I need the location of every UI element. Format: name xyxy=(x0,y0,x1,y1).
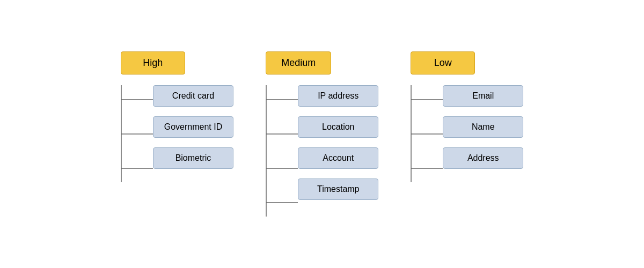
high-children-area: Credit card Government ID Biometric xyxy=(121,85,233,183)
medium-group: Medium IP address Location Account Times… xyxy=(266,51,378,217)
medium-children-area: IP address Location Account Timestamp xyxy=(266,85,378,217)
medium-child-0: IP address xyxy=(298,85,378,107)
low-children-area: Email Name Address xyxy=(411,85,523,183)
low-child-0: Email xyxy=(443,85,523,107)
high-group: High Credit card Government ID Biometric xyxy=(121,51,233,183)
high-child-0: Credit card xyxy=(153,85,233,107)
high-child-2: Biometric xyxy=(153,147,233,169)
medium-children: IP address Location Account Timestamp xyxy=(298,85,378,200)
diagram: High Credit card Government ID Biometric… xyxy=(0,35,644,233)
high-child-1: Government ID xyxy=(153,116,233,138)
high-root: High xyxy=(121,51,185,75)
high-lines xyxy=(121,85,153,183)
low-root: Low xyxy=(411,51,475,75)
medium-root: Medium xyxy=(266,51,331,75)
high-children: Credit card Government ID Biometric xyxy=(153,85,233,169)
medium-child-1: Location xyxy=(298,116,378,138)
medium-child-2: Account xyxy=(298,147,378,169)
low-child-1: Name xyxy=(443,116,523,138)
medium-lines xyxy=(266,85,298,217)
low-group: Low Email Name Address xyxy=(411,51,523,183)
medium-child-3: Timestamp xyxy=(298,178,378,200)
low-child-2: Address xyxy=(443,147,523,169)
low-children: Email Name Address xyxy=(443,85,523,169)
low-lines xyxy=(411,85,443,183)
